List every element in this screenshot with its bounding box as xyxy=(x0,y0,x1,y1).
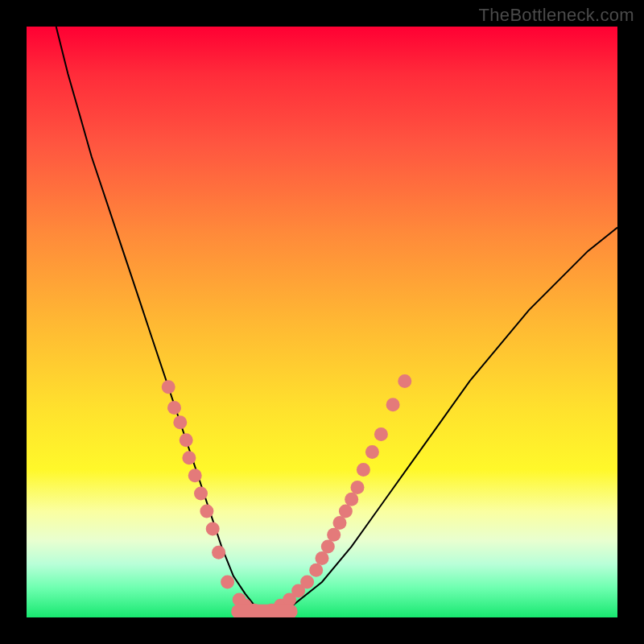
marker-dot xyxy=(321,539,335,553)
plot-area xyxy=(27,27,617,617)
marker-dot xyxy=(300,576,314,589)
marker-dot xyxy=(200,504,213,518)
chart-frame: TheBottleneck.com xyxy=(0,0,644,644)
marker-dot xyxy=(221,576,234,589)
marker-dot xyxy=(182,451,196,464)
marker-dot xyxy=(351,481,365,494)
marker-dot xyxy=(173,415,187,429)
marker-dot xyxy=(339,504,353,518)
marker-dot xyxy=(309,564,323,577)
marker-dot xyxy=(212,546,225,559)
marker-dot xyxy=(365,445,379,459)
marker-dot xyxy=(167,401,181,415)
marker-group xyxy=(162,374,412,617)
bottom-marker-bar xyxy=(231,605,297,617)
marker-dot xyxy=(206,522,220,535)
marker-dot xyxy=(398,374,411,388)
marker-dot xyxy=(327,528,341,542)
marker-dot xyxy=(386,398,400,411)
marker-dot xyxy=(188,469,202,482)
watermark-text: TheBottleneck.com xyxy=(479,5,634,26)
marker-dot xyxy=(162,380,175,394)
marker-dot xyxy=(316,551,329,565)
marker-dot xyxy=(180,433,193,447)
marker-dot xyxy=(345,493,358,506)
marker-dot xyxy=(194,486,208,500)
marker-dot xyxy=(333,516,347,530)
marker-dot xyxy=(374,427,388,441)
marker-dot xyxy=(357,463,370,477)
chart-overlay xyxy=(27,27,617,617)
